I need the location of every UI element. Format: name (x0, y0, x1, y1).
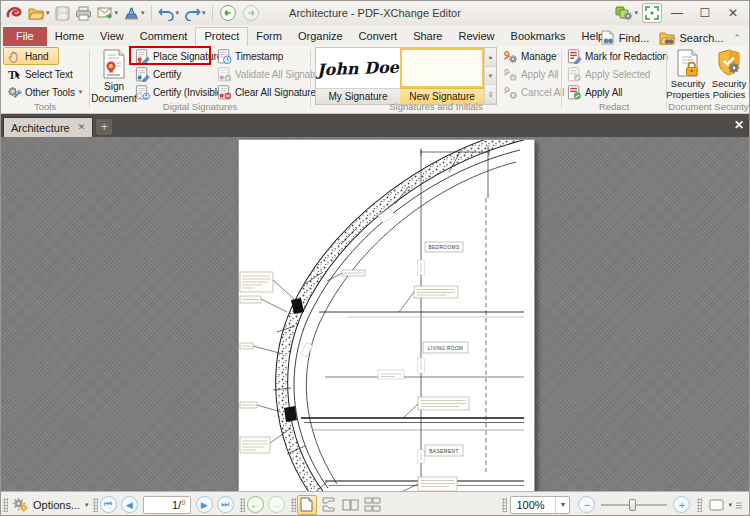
open-button[interactable]: ▾ (26, 3, 52, 23)
clear-all-signatures-label: Clear All Signatures (235, 87, 321, 98)
group-separator (561, 50, 562, 109)
collapse-ribbon-icon[interactable]: ⌃ (733, 33, 741, 43)
email-dropdown-caret[interactable]: ▾ (115, 9, 119, 17)
undo-dropdown-caret[interactable]: ▾ (176, 9, 180, 17)
minimize-button[interactable]: — (664, 3, 690, 23)
new-signature-cell[interactable]: New Signature (400, 48, 484, 104)
hand-tool-button[interactable]: Hand (3, 47, 59, 65)
single-page-layout-button[interactable] (297, 495, 317, 515)
new-tab-button[interactable]: + (96, 119, 112, 135)
timestamp-icon (217, 49, 232, 64)
my-signature-preview[interactable]: John Doe (316, 48, 400, 88)
email-button[interactable]: ▾ (95, 3, 121, 23)
other-tools-label: Other Tools (25, 87, 75, 98)
zoom-level-input[interactable]: 100% ▼ (510, 496, 570, 514)
toolbar-grip[interactable] (93, 498, 98, 512)
options-caret[interactable]: ▾ (85, 501, 89, 509)
ui-options-caret[interactable]: ▾ (634, 9, 638, 17)
apply-all-redactions-label: Apply All (585, 87, 622, 98)
search-button[interactable]: Search... (659, 30, 723, 45)
pdf-page[interactable]: BEDROOMS LIVING ROOM BASEMENT (239, 140, 534, 491)
room-label-bedrooms: BEDROOMS (428, 245, 459, 250)
tab-comment[interactable]: Comment (132, 27, 196, 46)
maximize-button[interactable]: ☐ (692, 3, 718, 23)
security-policies-button[interactable]: Security Policies (709, 47, 749, 104)
zoom-dropdown-caret[interactable]: ▼ (555, 497, 569, 513)
timestamp-button[interactable]: Timestamp (213, 47, 287, 65)
redo-dropdown-caret[interactable]: ▾ (202, 9, 206, 17)
select-text-button[interactable]: T Select Text (3, 65, 77, 83)
document-area[interactable]: BEDROOMS LIVING ROOM BASEMENT (1, 137, 749, 491)
find-button[interactable]: Find... (600, 30, 650, 45)
toolbar-grip[interactable] (291, 498, 296, 512)
close-button[interactable]: ✕ (720, 3, 746, 23)
other-tools-caret[interactable]: ▾ (79, 88, 82, 96)
apply-all-redactions-button[interactable]: Apply All (563, 83, 626, 101)
ui-options-icon[interactable]: ▾ (613, 3, 640, 23)
first-page-button[interactable]: ⏮ (100, 496, 117, 513)
tab-convert[interactable]: Convert (351, 27, 406, 46)
zoom-slider[interactable] (601, 504, 667, 506)
fullscreen-icon[interactable] (642, 3, 662, 23)
tab-bookmarks[interactable]: Bookmarks (503, 27, 574, 46)
apply-all-signatures-button[interactable]: Apply All (499, 65, 562, 83)
two-page-layout-button[interactable] (341, 495, 361, 515)
toolbar-grip[interactable] (240, 498, 245, 512)
other-tools-button[interactable]: Other Tools ▾ (3, 83, 86, 101)
tab-share[interactable]: Share (405, 27, 450, 46)
stamp-button[interactable]: ▾ (121, 3, 147, 23)
group-label-digital-signatures: Digital Signatures (91, 101, 309, 112)
apply-selected-redactions-button[interactable]: Apply Selected (563, 65, 654, 83)
tab-review[interactable]: Review (450, 27, 502, 46)
continuous-layout-button[interactable] (319, 495, 339, 515)
options-button[interactable]: Options... ▾ (8, 497, 93, 513)
toolbar-grip[interactable] (697, 498, 702, 512)
next-page-button[interactable]: ▶ (196, 496, 213, 513)
print-button[interactable] (73, 3, 94, 23)
tab-home[interactable]: Home (47, 27, 92, 46)
tab-view[interactable]: View (92, 27, 132, 46)
gallery-scroll-up-icon[interactable]: ▲ (485, 48, 496, 67)
fit-page-button[interactable] (706, 495, 726, 515)
zoom-out-button[interactable]: − (578, 496, 595, 513)
fit-options-caret[interactable]: ▾ (728, 501, 732, 509)
toolbar-grip[interactable] (502, 498, 507, 512)
cancel-all-signatures-button[interactable]: Cancel All (499, 83, 568, 101)
redo-button[interactable]: ▾ (182, 3, 208, 23)
pdf-xchange-editor-window: { "colors": { "file_red": "#b8504f", "hi… (0, 0, 750, 516)
view-back-button[interactable]: ← (247, 496, 264, 513)
manage-signatures-button[interactable]: Manage (499, 47, 561, 65)
security-policies-label: Security Policies (709, 79, 749, 101)
view-forward-button[interactable]: → (268, 496, 285, 513)
ribbon: Hand T Select Text Other Tools ▾ Tools S… (1, 46, 749, 114)
tab-file[interactable]: File (3, 27, 47, 46)
zoom-in-button[interactable]: + (673, 496, 690, 513)
my-signature-cell[interactable]: John Doe My Signature (316, 48, 400, 104)
previous-page-button[interactable]: ◀ (121, 496, 138, 513)
tab-form[interactable]: Form (248, 27, 290, 46)
two-page-continuous-layout-button[interactable] (363, 495, 383, 515)
document-tab-architecture[interactable]: Architecture ✕ (3, 117, 93, 137)
mark-for-redaction-button[interactable]: Mark for Redaction (563, 47, 672, 65)
stamp-dropdown-caret[interactable]: ▾ (141, 9, 145, 17)
select-text-icon: T (7, 67, 22, 82)
gallery-scroll-down-icon[interactable]: ▼ (485, 67, 496, 86)
document-tab-close-icon[interactable]: ✕ (78, 123, 86, 132)
open-dropdown-caret[interactable]: ▾ (46, 9, 50, 17)
history-forward-button[interactable] (240, 3, 262, 23)
new-signature-preview[interactable] (400, 48, 484, 88)
undo-button[interactable]: ▾ (156, 3, 182, 23)
place-signature-button[interactable]: Place Signature (131, 47, 226, 65)
tab-organize[interactable]: Organize (290, 27, 351, 46)
zoom-slider-thumb[interactable] (629, 499, 636, 511)
security-properties-button[interactable]: Security Properties (668, 47, 708, 104)
history-back-button[interactable] (217, 3, 239, 23)
tab-protect[interactable]: Protect (195, 27, 248, 46)
certify-button[interactable]: Certify (131, 65, 185, 83)
last-page-button[interactable]: ⏭ (217, 496, 234, 513)
pane-close-icon[interactable]: ✕ (734, 118, 744, 132)
clear-all-signatures-button[interactable]: Clear All Signatures (213, 83, 325, 101)
save-button[interactable] (53, 3, 72, 23)
statusbar-corner-grip-icon[interactable] (735, 500, 743, 510)
page-number-input[interactable]: 1/9 (143, 496, 191, 514)
